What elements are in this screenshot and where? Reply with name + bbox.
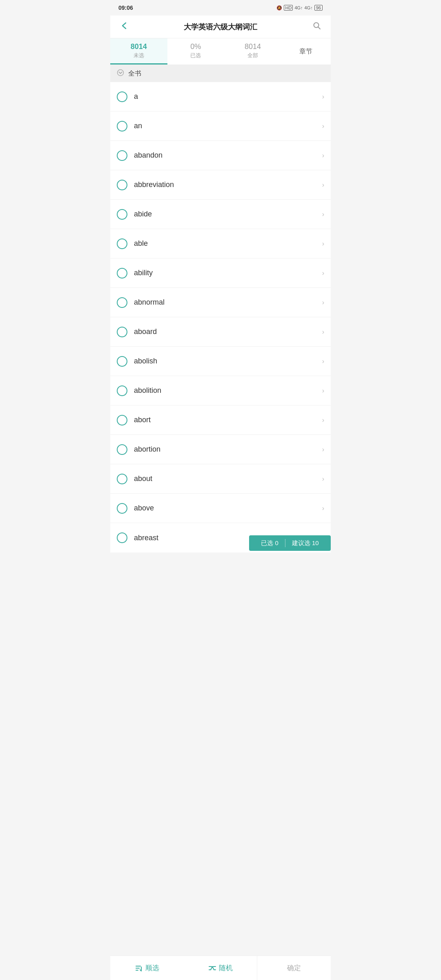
search-button[interactable] xyxy=(310,21,323,33)
radio-aboard[interactable] xyxy=(117,327,127,337)
list-item[interactable]: abolition › xyxy=(110,376,331,405)
radio-abolish[interactable] xyxy=(117,356,127,367)
list-item[interactable]: abortion › xyxy=(110,435,331,464)
radio-abreast[interactable] xyxy=(117,532,127,543)
radio-abbreviation[interactable] xyxy=(117,180,127,190)
hd-icon: HD xyxy=(284,5,293,11)
signal-icon: 4G↑ xyxy=(294,5,303,10)
radio-abnormal[interactable] xyxy=(117,297,127,308)
chevron-right-icon: › xyxy=(322,122,324,130)
list-item[interactable]: abort › xyxy=(110,405,331,435)
section-header-text: 全书 xyxy=(128,69,141,78)
svg-point-2 xyxy=(118,70,124,76)
tab-selected-label: 已选 xyxy=(190,52,201,59)
chevron-right-icon: › xyxy=(322,181,324,189)
word-text: about xyxy=(134,474,322,483)
tab-selected[interactable]: 0% 已选 xyxy=(167,38,225,65)
chevron-right-icon: › xyxy=(322,358,324,365)
word-list: a › an › abandon › abbreviation › abide … xyxy=(110,82,331,552)
svg-line-1 xyxy=(318,27,320,29)
list-item[interactable]: a › xyxy=(110,82,331,111)
chevron-right-icon: › xyxy=(322,211,324,218)
radio-able[interactable] xyxy=(117,238,127,249)
radio-abide[interactable] xyxy=(117,209,127,220)
list-item[interactable]: aboard › xyxy=(110,317,331,347)
list-item[interactable]: able › xyxy=(110,229,331,258)
tab-unselected[interactable]: 8014 未选 xyxy=(110,38,167,65)
list-item[interactable]: abreast 已选 0 建议选 10 › xyxy=(110,523,331,552)
radio-abandon[interactable] xyxy=(117,150,127,161)
word-text: abnormal xyxy=(134,298,322,307)
badge-selected-count: 已选 0 xyxy=(261,539,278,547)
word-text: abolish xyxy=(134,357,322,365)
chevron-right-icon: › xyxy=(322,446,324,453)
list-item[interactable]: abnormal › xyxy=(110,288,331,317)
chevron-right-icon: › xyxy=(322,299,324,306)
chevron-right-icon: › xyxy=(322,270,324,277)
radio-abolition[interactable] xyxy=(117,385,127,396)
signal-icon2: 4G↑ xyxy=(305,5,313,10)
word-text: above xyxy=(134,504,322,512)
tab-unselected-label: 未选 xyxy=(134,52,144,59)
list-item[interactable]: abolish › xyxy=(110,347,331,376)
chevron-right-icon: › xyxy=(322,93,324,100)
list-item[interactable]: an › xyxy=(110,111,331,141)
list-item[interactable]: abide › xyxy=(110,200,331,229)
radio-ability[interactable] xyxy=(117,268,127,278)
tab-all-num: 8014 xyxy=(245,42,261,51)
word-text: aboard xyxy=(134,327,322,336)
selected-badge: 已选 0 建议选 10 xyxy=(249,535,331,551)
list-item[interactable]: abandon › xyxy=(110,141,331,170)
badge-recommend: 建议选 10 xyxy=(292,539,319,547)
tabs-row: 8014 未选 0% 已选 8014 全部 章节 xyxy=(110,38,331,65)
list-item[interactable]: above › xyxy=(110,494,331,523)
word-text: a xyxy=(134,92,322,101)
back-button[interactable] xyxy=(118,21,131,33)
status-icons: 🔕 HD 4G↑ 4G↑ 96 xyxy=(276,5,323,11)
tab-chapter[interactable]: 章节 xyxy=(281,38,331,65)
chevron-right-icon: › xyxy=(322,387,324,394)
list-item[interactable]: abbreviation › xyxy=(110,170,331,200)
mute-icon: 🔕 xyxy=(276,5,282,11)
chevron-right-icon: › xyxy=(322,475,324,483)
list-item[interactable]: about › xyxy=(110,464,331,494)
chevron-right-icon: › xyxy=(322,328,324,336)
battery-icon: 96 xyxy=(314,5,323,11)
header: 大学英语六级大纲词汇 xyxy=(110,16,331,38)
radio-about[interactable] xyxy=(117,474,127,484)
chevron-down-icon xyxy=(117,69,124,78)
word-text: abandon xyxy=(134,151,322,160)
radio-above[interactable] xyxy=(117,503,127,514)
tab-all[interactable]: 8014 全部 xyxy=(224,38,281,65)
list-item[interactable]: ability › xyxy=(110,258,331,288)
word-text: an xyxy=(134,122,322,130)
status-time: 09:06 xyxy=(118,4,133,11)
chevron-right-icon: › xyxy=(322,240,324,247)
tab-all-label: 全部 xyxy=(247,52,258,59)
word-text: able xyxy=(134,239,322,248)
word-text: abbreviation xyxy=(134,180,322,189)
tab-unselected-num: 8014 xyxy=(131,42,147,51)
word-text: abolition xyxy=(134,386,322,395)
word-text: ability xyxy=(134,269,322,277)
tab-selected-num: 0% xyxy=(190,42,201,51)
chevron-right-icon: › xyxy=(322,416,324,424)
radio-an[interactable] xyxy=(117,121,127,131)
word-text: abide xyxy=(134,210,322,218)
chevron-right-icon: › xyxy=(322,152,324,159)
tab-chapter-label: 章节 xyxy=(299,47,312,56)
section-header[interactable]: 全书 xyxy=(110,65,331,82)
radio-abort[interactable] xyxy=(117,415,127,425)
chevron-right-icon: › xyxy=(322,505,324,512)
status-bar: 09:06 🔕 HD 4G↑ 4G↑ 96 xyxy=(110,0,331,16)
radio-a[interactable] xyxy=(117,91,127,102)
badge-divider xyxy=(285,539,285,547)
radio-abortion[interactable] xyxy=(117,444,127,455)
word-text: abort xyxy=(134,416,322,424)
word-text: abortion xyxy=(134,445,322,454)
page-title: 大学英语六级大纲词汇 xyxy=(131,22,310,32)
